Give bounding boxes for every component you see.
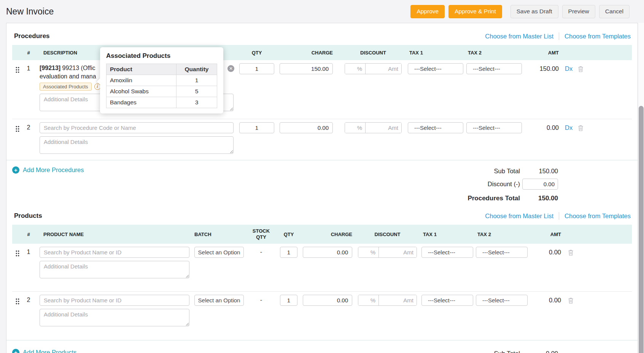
add-more-procedures-button[interactable]: + Add More Procedures — [12, 165, 467, 174]
charge-input[interactable] — [280, 122, 333, 133]
scrollbar-thumb[interactable] — [639, 106, 644, 353]
popup-col-product: Product — [107, 64, 177, 75]
trash-icon — [578, 66, 584, 72]
tax1-select[interactable]: ---Select--- — [408, 122, 463, 133]
cancel-button[interactable]: Cancel — [599, 5, 630, 18]
procedures-links: Choose from Master List Choose from Temp… — [485, 32, 631, 40]
procedures-footer: + Add More Procedures Sub Total 150.00 D… — [6, 160, 638, 205]
drag-handle-icon — [16, 126, 19, 132]
choose-master-list-link[interactable]: Choose from Master List — [485, 33, 553, 40]
vertical-scrollbar[interactable] — [638, 23, 644, 353]
discount-percent-input[interactable] — [345, 64, 366, 74]
col-amt: AMT — [522, 50, 559, 56]
row-number: 2 — [23, 295, 34, 303]
col-tax2: TAX 2 — [476, 232, 528, 237]
discount-percent-input[interactable] — [345, 123, 366, 133]
additional-details-textarea[interactable] — [40, 261, 189, 278]
product-search-input[interactable] — [40, 247, 189, 258]
procedures-totals: Sub Total 150.00 Discount (-) Procedures… — [467, 165, 558, 205]
procedure-row: 2 ---Select--- ---Select--- 0.00 Dx — [12, 119, 632, 159]
product-row: 2 Select an Option - ---Select--- ---Sel… — [12, 291, 632, 339]
dx-link[interactable]: Dx — [565, 63, 572, 72]
drag-handle-icon — [16, 67, 19, 73]
discount-amount-input[interactable] — [379, 247, 417, 257]
drag-handle[interactable] — [12, 122, 23, 132]
remove-procedure-button[interactable]: ✕ — [227, 65, 234, 72]
plus-icon: + — [12, 166, 19, 174]
tax2-select[interactable]: ---Select--- — [476, 247, 528, 258]
discount-percent-input[interactable] — [358, 295, 379, 305]
drag-handle[interactable] — [12, 247, 23, 257]
drag-handle[interactable] — [12, 295, 23, 305]
approve-print-button[interactable]: Approve & Print — [448, 5, 502, 18]
associated-products-badge: Associated Products — [40, 83, 92, 91]
discount-amount-input[interactable] — [366, 123, 401, 133]
save-as-draft-button[interactable]: Save as Draft — [510, 5, 558, 18]
amount-value: 150.00 — [522, 63, 559, 72]
delete-row-button[interactable] — [578, 63, 584, 73]
product-search-input[interactable] — [40, 295, 189, 306]
procedures-heading: Procedures — [14, 32, 50, 40]
products-footer: + Add More Products Sub Total 0.00 — [6, 340, 638, 353]
qty-input[interactable] — [280, 295, 297, 306]
procedures-total-value: 150.00 — [520, 195, 558, 202]
discount-amount-input[interactable] — [379, 295, 417, 305]
batch-select-button[interactable]: Select an Option — [194, 295, 244, 306]
qty-input[interactable] — [280, 247, 297, 258]
additional-details-textarea[interactable] — [40, 136, 234, 154]
product-row: 1 Select an Option - ---Select--- ---Sel… — [12, 244, 632, 291]
associated-products-table: Product Quantity Amoxilin 1 Alcohol Swab… — [106, 64, 217, 108]
products-table-header: # PRODUCT NAME BATCH STOCK QTY QTY CHARG… — [12, 225, 632, 244]
tax2-select[interactable]: ---Select--- — [466, 63, 522, 74]
preview-button[interactable]: Preview — [562, 5, 595, 18]
col-tax2: TAX 2 — [466, 50, 522, 56]
qty-input[interactable] — [239, 122, 274, 133]
choose-templates-link[interactable]: Choose from Templates — [564, 212, 631, 220]
product-search-cell — [40, 247, 189, 280]
drag-handle[interactable] — [12, 63, 23, 73]
approve-button[interactable]: Approve — [410, 5, 445, 18]
plus-icon: + — [12, 349, 19, 353]
charge-input[interactable] — [280, 63, 333, 74]
tax2-select[interactable]: ---Select--- — [476, 295, 528, 306]
product-quantity: 5 — [177, 86, 217, 97]
col-discount: DISCOUNT — [358, 232, 417, 237]
col-number: # — [23, 232, 34, 237]
top-bar: New Invoice Approve Approve & Print Save… — [0, 0, 644, 23]
link-separator — [559, 32, 559, 40]
charge-input[interactable] — [303, 247, 352, 258]
subtotal-value: 150.00 — [520, 168, 558, 175]
col-product-name: PRODUCT NAME — [40, 232, 189, 237]
topbar-actions: Approve Approve & Print Save as Draft Pr… — [410, 5, 630, 18]
charge-input[interactable] — [303, 295, 352, 306]
discount-label: Discount (-) — [488, 180, 520, 188]
tax2-select[interactable]: ---Select--- — [466, 122, 522, 133]
delete-row-button[interactable] — [568, 247, 574, 257]
tax1-select[interactable]: ---Select--- — [408, 63, 463, 74]
tax1-select[interactable]: ---Select--- — [421, 247, 473, 258]
choose-master-list-link[interactable]: Choose from Master List — [485, 212, 553, 220]
additional-details-textarea[interactable] — [40, 309, 189, 326]
product-search-cell — [40, 295, 189, 328]
procedures-discount-input[interactable] — [522, 179, 558, 190]
choose-templates-link[interactable]: Choose from Templates — [564, 33, 631, 40]
delete-row-button[interactable] — [568, 295, 574, 305]
col-tax1: TAX 1 — [421, 232, 473, 237]
delete-row-button[interactable] — [578, 122, 584, 133]
product-name: Alcohol Swabs — [107, 86, 177, 97]
drag-handle-icon — [16, 250, 19, 257]
batch-select-button[interactable]: Select an Option — [194, 247, 244, 258]
discount-group — [345, 122, 402, 133]
add-more-products-button[interactable]: + Add More Products — [12, 347, 494, 353]
row-number: 1 — [23, 247, 34, 256]
discount-group — [345, 63, 402, 74]
row-number: 2 — [23, 122, 34, 131]
qty-input[interactable] — [239, 63, 274, 74]
procedure-search-input[interactable] — [40, 122, 234, 133]
tax1-select[interactable]: ---Select--- — [421, 295, 473, 306]
discount-amount-input[interactable] — [366, 64, 401, 74]
trash-icon — [568, 297, 574, 304]
procedures-section-head: Procedures Choose from Master List Choos… — [6, 23, 638, 45]
discount-percent-input[interactable] — [358, 247, 379, 257]
dx-link[interactable]: Dx — [565, 122, 572, 131]
